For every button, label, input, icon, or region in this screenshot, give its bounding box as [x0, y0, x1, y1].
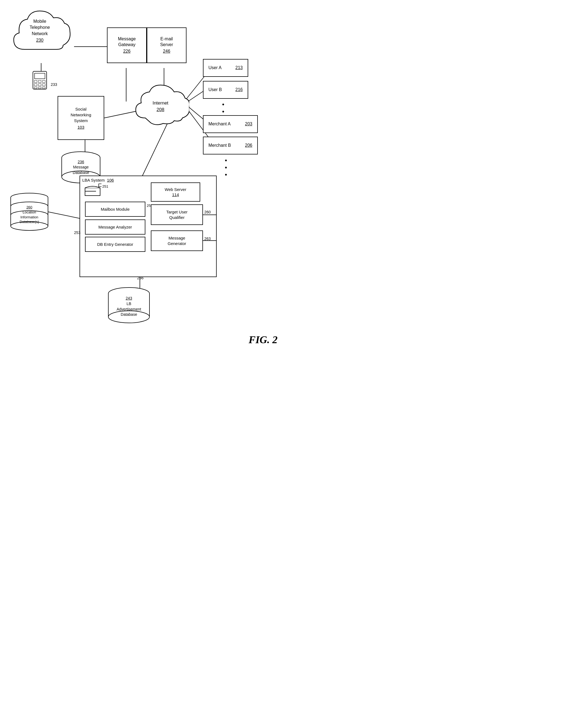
svg-rect-18 [43, 80, 45, 83]
svg-rect-24 [43, 87, 45, 89]
user-b-ref: 216 [235, 87, 243, 93]
email-server: E-mailServer 246 [147, 27, 187, 63]
merchant-a-ref: 203 [245, 121, 252, 127]
svg-line-10 [140, 118, 170, 181]
web-server-ref: 114 [172, 192, 179, 197]
social-networking-ref: 103 [77, 125, 84, 130]
svg-rect-19 [34, 84, 37, 86]
svg-rect-21 [43, 84, 45, 86]
svg-rect-22 [34, 87, 37, 89]
svg-rect-45 [99, 184, 102, 187]
email-server-ref: 246 [163, 48, 170, 54]
svg-rect-16 [34, 80, 37, 83]
svg-rect-15 [35, 73, 45, 79]
internet: Internet 208 [132, 82, 189, 126]
label-256: 256 [137, 276, 143, 280]
message-analyzer-label: Message Analyzer [99, 225, 132, 230]
email-server-label: E-mailServer [160, 36, 173, 48]
mobile-network-label: Mobile Telephone Network [29, 18, 50, 37]
message-gateway: MessageGateway 226 [107, 27, 147, 63]
target-user-qualifier-label: Target User Qualifier [166, 209, 188, 220]
lba-system-label: LBA System 106 [82, 178, 114, 183]
lb-ad-db-ref: 243 [117, 296, 141, 301]
lb-ad-db-label: LBAdvertisementDatabase [117, 301, 141, 317]
internet-label: Internet [152, 100, 168, 106]
message-generator-ref: 263 [204, 236, 211, 241]
dots-merchants: ••• [225, 157, 227, 178]
mobile-device-ref: 233 [51, 82, 57, 87]
mailbox-icon-ref: 251 [102, 184, 108, 188]
svg-rect-20 [38, 84, 41, 86]
target-user-qualifier-ref: 260 [204, 210, 211, 214]
merchant-b-label: Merchant B [208, 143, 231, 148]
internet-ref: 208 [152, 106, 168, 113]
db-entry-generator-label: DB Entry Generator [97, 242, 133, 247]
lb-ad-database: 243 LBAdvertisementDatabase [104, 285, 153, 327]
message-db-label: MessageDatabase [73, 165, 89, 175]
message-gateway-ref: 226 [123, 48, 130, 54]
mailbox-module: Mailbox Module [85, 202, 145, 217]
svg-rect-43 [85, 188, 100, 195]
svg-rect-17 [38, 80, 41, 83]
user-a: User A 213 [203, 59, 248, 77]
user-a-ref: 213 [235, 65, 243, 71]
merchant-a-label: Merchant A [208, 121, 231, 127]
target-user-qualifier: Target User Qualifier [151, 204, 203, 225]
user-a-label: User A [208, 65, 222, 71]
user-b: User B 216 [203, 81, 248, 99]
social-networking-system: SocialNetworkingSystem 103 [58, 96, 104, 140]
label-253: 253 [74, 230, 80, 235]
merchant-b: Merchant B 206 [203, 137, 258, 154]
location-info-database: 260 LocationInformationDatabase(s) [6, 192, 52, 236]
diagram: Mobile Telephone Network 230 233 Message… [0, 0, 294, 357]
merchant-b-ref: 206 [245, 143, 252, 148]
web-server: Web Server 114 [151, 183, 200, 202]
web-server-label: Web Server [165, 187, 187, 192]
message-analyzer: Message Analyzer [85, 219, 145, 234]
user-b-label: User B [208, 87, 222, 93]
mobile-device [30, 70, 49, 92]
location-db-label: LocationInformationDatabase(s) [20, 210, 39, 225]
mailbox-module-label: Mailbox Module [101, 207, 129, 212]
svg-rect-23 [38, 87, 41, 89]
message-generator: Message Generator [151, 230, 203, 251]
social-networking-label: SocialNetworkingSystem [70, 106, 91, 123]
location-db-ref: 260 [20, 205, 39, 210]
db-entry-generator: DB Entry Generator [85, 237, 145, 252]
mobile-network-ref: 230 [29, 37, 50, 43]
message-db-ref: 236 [73, 160, 89, 165]
figure-label: FIG. 2 [249, 334, 277, 346]
merchant-a: Merchant A 203 [203, 115, 258, 133]
message-gateway-label: MessageGateway [118, 36, 136, 48]
message-generator-label: Message Generator [168, 235, 186, 246]
mailbox-icon [84, 183, 102, 197]
mobile-telephone-network: Mobile Telephone Network 230 [8, 5, 71, 63]
